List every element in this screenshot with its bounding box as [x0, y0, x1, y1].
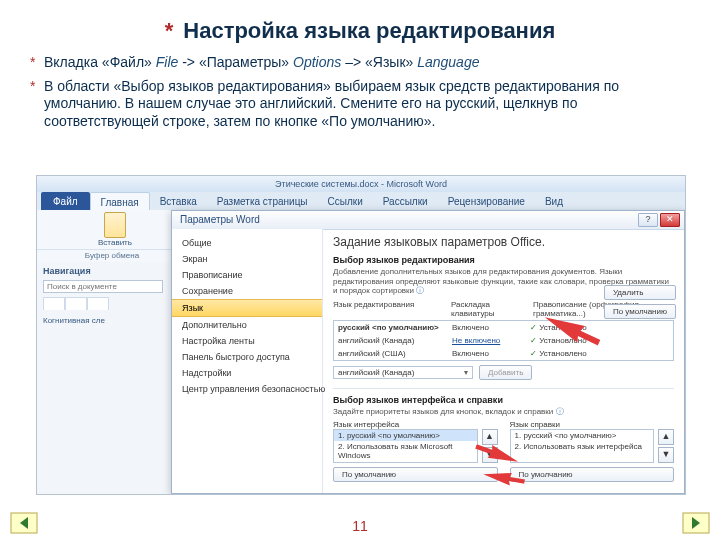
- help-set-default-button[interactable]: По умолчанию: [510, 467, 675, 482]
- title-bullet-star: *: [165, 18, 174, 43]
- next-slide-button[interactable]: [682, 512, 710, 534]
- table-row[interactable]: английский (Канада) Не включено Установл…: [334, 334, 673, 347]
- tab-mailings[interactable]: Рассылки: [373, 192, 438, 210]
- options-categories: Общие Экран Правописание Сохранение Язык…: [172, 229, 323, 493]
- cat-advanced[interactable]: Дополнительно: [172, 317, 322, 333]
- ribbon-tabs: Файл Главная Вставка Разметка страницы С…: [37, 192, 685, 210]
- move-down-button[interactable]: ▼: [482, 447, 498, 463]
- close-button[interactable]: ✕: [660, 213, 680, 227]
- bullet-star: *: [30, 78, 35, 96]
- dialog-title-bar: Параметры Word ? ✕: [172, 211, 684, 230]
- add-button[interactable]: Добавить: [479, 365, 532, 380]
- remove-button[interactable]: Удалить: [604, 285, 676, 300]
- col-kb: Раскладка клавиатуры: [451, 300, 533, 318]
- paste-button[interactable]: Вставить: [43, 212, 187, 247]
- tab-review[interactable]: Рецензирование: [438, 192, 535, 210]
- prev-slide-button[interactable]: [10, 512, 38, 534]
- clipboard-group-label: Буфер обмена: [37, 249, 187, 260]
- chevron-down-icon: ▾: [464, 368, 468, 377]
- cat-addins[interactable]: Надстройки: [172, 365, 322, 381]
- list-item: 2. Использовать язык Microsoft Windows: [334, 441, 477, 461]
- options-main-panel: Задание языковых параметров Office. Выбо…: [323, 229, 684, 493]
- tab-references[interactable]: Ссылки: [318, 192, 373, 210]
- nav-pane-title: Навигация: [43, 266, 177, 276]
- tab-file[interactable]: Файл: [41, 192, 90, 212]
- ui-help-heading: Выбор языков интерфейса и справки: [333, 395, 674, 405]
- ribbon-clipboard-group: Вставить Буфер обмена: [37, 210, 187, 263]
- page-number: 11: [0, 518, 720, 534]
- clipboard-icon: [104, 212, 126, 238]
- app-title-bar: Этические системы.docx - Microsoft Word: [37, 176, 685, 192]
- list-item: 1. русский <по умолчанию>: [334, 430, 477, 441]
- move-down-button[interactable]: ▼: [658, 447, 674, 463]
- tab-view[interactable]: Вид: [535, 192, 573, 210]
- table-row[interactable]: английский (США) Включено Установлено: [334, 347, 673, 360]
- word-screenshot: Этические системы.docx - Microsoft Word …: [36, 175, 686, 495]
- nav-tabstrip[interactable]: [43, 297, 177, 310]
- cat-general[interactable]: Общие: [172, 235, 322, 251]
- nav-outline-item[interactable]: Когнитивная сле: [43, 316, 177, 325]
- help-language-list[interactable]: 1. русский <по умолчанию> 2. Использоват…: [510, 429, 655, 463]
- set-default-button[interactable]: По умолчанию: [604, 304, 676, 319]
- bullet-star: *: [30, 54, 35, 72]
- tab-insert[interactable]: Вставка: [150, 192, 207, 210]
- options-dialog: Параметры Word ? ✕ Общие Экран Правописа…: [171, 210, 685, 494]
- tab-page-layout[interactable]: Разметка страницы: [207, 192, 318, 210]
- list-item: 2. Использовать язык интерфейса: [511, 441, 654, 452]
- slide-title: *Настройка языка редактирования: [0, 0, 720, 44]
- cat-trust-center[interactable]: Центр управления безопасностью: [172, 381, 322, 397]
- ui-help-hint: Задайте приоритеты языков для кнопок, вк…: [333, 407, 674, 417]
- cat-qat[interactable]: Панель быстрого доступа: [172, 349, 322, 365]
- search-input[interactable]: [43, 280, 163, 293]
- bullet-1: * Вкладка «Файл» File -> «Параметры» Opt…: [44, 54, 676, 72]
- move-up-button[interactable]: ▲: [658, 429, 674, 445]
- table-row[interactable]: русский <по умолчанию> Включено Установл…: [334, 321, 673, 334]
- tab-home[interactable]: Главная: [90, 192, 150, 210]
- ui-set-default-button[interactable]: По умолчанию: [333, 467, 498, 482]
- add-language-combo[interactable]: английский (Канада)▾: [333, 366, 473, 379]
- cat-display[interactable]: Экран: [172, 251, 322, 267]
- move-up-button[interactable]: ▲: [482, 429, 498, 445]
- ui-lang-label: Язык интерфейса: [333, 420, 498, 429]
- cat-proofing[interactable]: Правописание: [172, 267, 322, 283]
- cat-language[interactable]: Язык: [172, 299, 322, 317]
- help-lang-label: Язык справки: [510, 420, 675, 429]
- cat-save[interactable]: Сохранение: [172, 283, 322, 299]
- options-heading: Задание языковых параметров Office.: [333, 235, 674, 249]
- navigation-pane: Навигация Когнитивная сле: [37, 262, 182, 494]
- help-button[interactable]: ?: [638, 213, 658, 227]
- list-item: 1. русский <по умолчанию>: [511, 430, 654, 441]
- bullet-2: * В области «Выбор языков редактирования…: [44, 78, 676, 131]
- ui-language-list[interactable]: 1. русский <по умолчанию> 2. Использоват…: [333, 429, 478, 463]
- col-lang: Язык редактирования: [333, 300, 451, 318]
- cat-customize-ribbon[interactable]: Настройка ленты: [172, 333, 322, 349]
- editing-languages-heading: Выбор языков редактирования: [333, 255, 674, 265]
